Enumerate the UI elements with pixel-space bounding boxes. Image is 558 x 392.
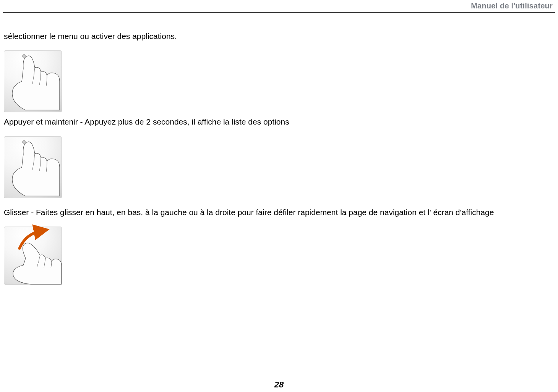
swipe-gesture-icon — [4, 227, 62, 284]
header-title: Manuel de l'utilisateur — [471, 2, 553, 10]
svg-point-0 — [23, 55, 26, 58]
header-rule — [3, 12, 555, 13]
press-hold-gesture-icon — [4, 137, 62, 198]
page-content: sélectionner le menu ou activer des appl… — [4, 31, 553, 288]
document-page: Manuel de l'utilisateur sélectionner le … — [0, 0, 558, 392]
svg-point-1 — [23, 140, 26, 144]
paragraph-1: sélectionner le menu ou activer des appl… — [4, 31, 553, 42]
figure-tap — [4, 50, 62, 112]
figure-swipe — [4, 227, 62, 285]
tap-gesture-icon — [4, 51, 62, 112]
paragraph-2: Appuyer et maintenir - Appuyez plus de 2… — [4, 116, 553, 128]
figure-press-hold — [4, 136, 62, 198]
page-number: 28 — [0, 380, 558, 390]
paragraph-3: Glisser - Faites glisser en haut, en bas… — [4, 207, 553, 218]
